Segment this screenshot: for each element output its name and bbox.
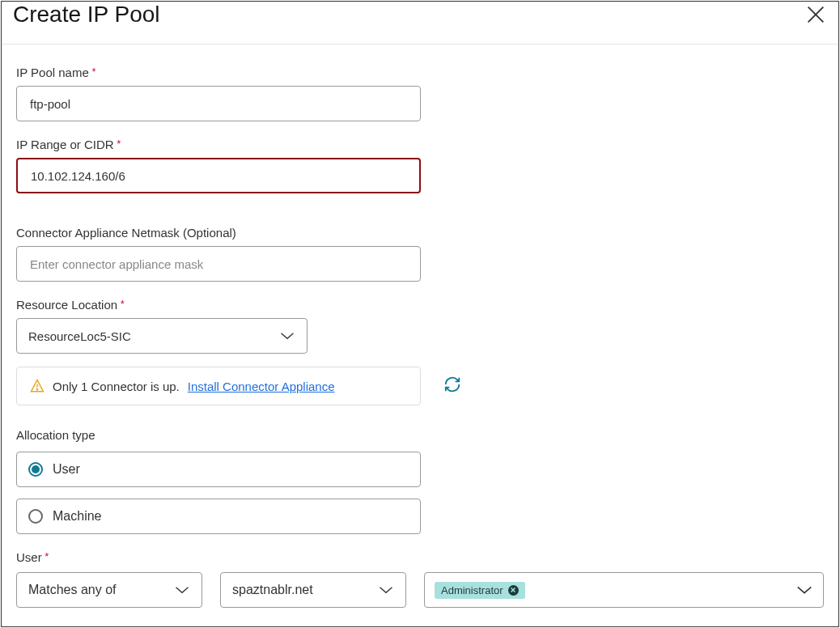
user-tag-label: Administrator (441, 584, 503, 596)
refresh-icon (443, 376, 461, 393)
connector-alert-text: Only 1 Connector is up. (53, 380, 180, 393)
radio-icon (28, 462, 43, 477)
field-pool-name: IP Pool name (16, 66, 824, 121)
svg-point-4 (36, 389, 37, 390)
field-ip-range: IP Range or CIDR (16, 138, 824, 193)
dialog-title: Create IP Pool (13, 2, 160, 28)
resource-location-value: ResourceLoc5-SIC (28, 329, 131, 343)
user-selector-row: Matches any of spaztnablr.net Administra… (16, 572, 824, 608)
install-connector-link[interactable]: Install Connector Appliance (188, 380, 335, 393)
field-allocation-type: Allocation type User Machine (16, 428, 824, 534)
user-domain-value: spaztnablr.net (232, 583, 313, 597)
user-domain-select[interactable]: spaztnablr.net (220, 572, 406, 608)
netmask-input[interactable] (16, 246, 421, 282)
dialog-body: IP Pool name IP Range or CIDR Connector … (2, 45, 838, 622)
user-tag-remove[interactable] (508, 585, 519, 596)
chevron-down-icon (795, 584, 813, 596)
resource-location-select[interactable]: ResourceLoc5-SIC (16, 318, 308, 354)
user-match-mode-select[interactable]: Matches any of (16, 572, 202, 608)
pool-name-label: IP Pool name (16, 66, 824, 79)
field-netmask: Connector Appliance Netmask (Optional) (16, 226, 824, 282)
ip-range-input[interactable] (16, 158, 421, 193)
allocation-option-machine[interactable]: Machine (16, 499, 421, 534)
close-icon (510, 587, 516, 593)
allocation-machine-label: Machine (53, 509, 101, 524)
refresh-button[interactable] (443, 376, 461, 397)
ip-range-label: IP Range or CIDR (16, 138, 824, 151)
user-label: User (16, 550, 824, 564)
create-ip-pool-dialog: Create IP Pool IP Pool name IP Range or … (1, 1, 839, 627)
radio-icon (28, 509, 43, 524)
user-value-select[interactable]: Administrator (424, 572, 824, 608)
allocation-option-user[interactable]: User (16, 452, 421, 487)
user-match-mode-value: Matches any of (28, 583, 117, 597)
allocation-user-label: User (53, 462, 80, 477)
field-resource-location: Resource Location ResourceLoc5-SIC (16, 298, 824, 354)
user-tag: Administrator (435, 582, 525, 599)
chevron-down-icon (174, 584, 190, 596)
netmask-label: Connector Appliance Netmask (Optional) (16, 226, 824, 240)
field-user: User Matches any of spaztnablr.net Admin… (16, 550, 824, 608)
connector-status-row: Only 1 Connector is up. Install Connecto… (16, 367, 824, 405)
resource-location-label: Resource Location (16, 298, 824, 312)
chevron-down-icon (279, 330, 295, 342)
allocation-type-label: Allocation type (16, 428, 824, 442)
close-icon (804, 3, 827, 26)
chevron-down-icon (378, 584, 394, 596)
close-button[interactable] (804, 3, 827, 29)
connector-alert: Only 1 Connector is up. Install Connecto… (16, 367, 421, 405)
pool-name-input[interactable] (16, 86, 421, 121)
warning-icon (30, 379, 45, 393)
dialog-header: Create IP Pool (2, 2, 838, 45)
